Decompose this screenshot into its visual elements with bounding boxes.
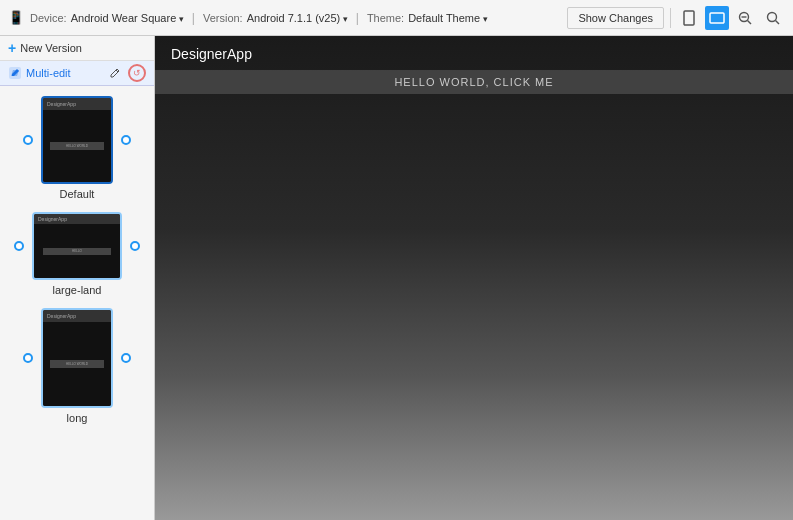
theme-label: Theme:: [367, 12, 404, 24]
multi-edit-icon: [8, 66, 22, 80]
edit-pencil-button[interactable]: [106, 64, 124, 82]
refresh-button[interactable]: ↺: [128, 64, 146, 82]
plus-icon: +: [8, 40, 16, 56]
screen-item-long[interactable]: DesignerApp HELLO WORLD long: [41, 308, 113, 424]
thumb-app-title-default: DesignerApp: [47, 101, 76, 107]
connector-dot-right-large-land: [130, 241, 140, 251]
new-version-label: New Version: [20, 42, 82, 54]
new-version-button[interactable]: + New Version: [8, 40, 146, 56]
theme-selector[interactable]: Default Theme: [408, 12, 487, 24]
zoom-in-button[interactable]: [761, 6, 785, 30]
version-selector[interactable]: Android 7.1.1 (v25): [247, 12, 348, 24]
screen-thumb-large-land[interactable]: DesignerApp HELLO: [32, 212, 122, 280]
connector-dot-right-default: [121, 135, 131, 145]
screen-item-large-land[interactable]: DesignerApp HELLO large-land: [32, 212, 122, 296]
device-icon: 📱: [8, 10, 24, 25]
canvas-hello-text: HELLO WORLD, CLICK ME: [394, 76, 553, 88]
portrait-view-button[interactable]: [677, 6, 701, 30]
version-label: Version:: [203, 12, 243, 24]
screen-label-default: Default: [60, 188, 95, 200]
canvas-area: DesignerApp HELLO WORLD, CLICK ME: [155, 36, 793, 520]
connector-dot-right-long: [121, 353, 131, 363]
toolbar-divider: [670, 8, 671, 28]
thumb-hello-default: HELLO WORLD: [66, 144, 88, 148]
svg-point-5: [768, 12, 777, 21]
screen-label-large-land: large-land: [53, 284, 102, 296]
left-panel: + New Version Multi-edit ↺: [0, 36, 155, 520]
screen-thumb-default[interactable]: DesignerApp HELLO WORLD: [41, 96, 113, 184]
svg-line-3: [748, 20, 752, 24]
new-version-row: + New Version: [0, 36, 154, 61]
separator-2: |: [356, 11, 359, 25]
connector-dot-long: [23, 353, 33, 363]
main-layout: + New Version Multi-edit ↺: [0, 36, 793, 520]
screen-thumb-long[interactable]: DesignerApp HELLO WORLD: [41, 308, 113, 408]
svg-line-6: [776, 20, 780, 24]
canvas-app-title: DesignerApp: [155, 36, 793, 70]
screen-label-long: long: [67, 412, 88, 424]
screen-item-default[interactable]: DesignerApp HELLO WORLD Default: [41, 96, 113, 200]
svg-rect-1: [710, 13, 724, 23]
device-label: Device:: [30, 12, 67, 24]
top-toolbar: 📱 Device: Android Wear Square | Version:…: [0, 0, 793, 36]
screens-list: DesignerApp HELLO WORLD Default: [0, 86, 154, 434]
svg-rect-0: [684, 11, 694, 25]
landscape-view-button[interactable]: [705, 6, 729, 30]
refresh-icon: ↺: [133, 68, 141, 78]
multi-edit-row: Multi-edit ↺: [0, 61, 154, 86]
separator-1: |: [192, 11, 195, 25]
show-changes-button[interactable]: Show Changes: [567, 7, 664, 29]
thumb-hello-long: HELLO WORLD: [66, 362, 88, 366]
zoom-out-button[interactable]: [733, 6, 757, 30]
connector-dot-large-land: [14, 241, 24, 251]
device-selector[interactable]: Android Wear Square: [71, 12, 184, 24]
thumb-hello-large-land: HELLO: [72, 249, 82, 253]
multi-edit-label: Multi-edit: [26, 67, 102, 79]
thumb-app-title-long: DesignerApp: [47, 313, 76, 319]
canvas-hello-bar[interactable]: HELLO WORLD, CLICK ME: [155, 70, 793, 94]
thumb-app-title-large-land: DesignerApp: [38, 216, 67, 222]
connector-dot-default: [23, 135, 33, 145]
